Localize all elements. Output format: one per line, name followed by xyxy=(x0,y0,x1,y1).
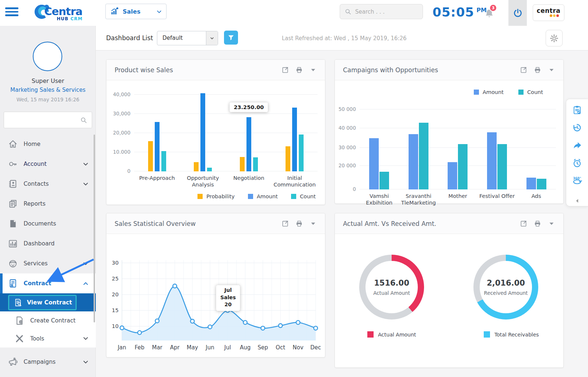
bar-amount-negotiation[interactable] xyxy=(246,117,251,171)
bar-probability-initial-communication[interactable] xyxy=(286,146,290,171)
bar-count-vamshi-exbihition[interactable] xyxy=(379,172,389,189)
sidebar-item-label: Documents xyxy=(24,220,88,227)
collapse-caret-icon[interactable] xyxy=(548,220,555,227)
bar-amount-vamshi-exbihition[interactable] xyxy=(369,138,379,189)
svg-text:May: May xyxy=(187,344,198,351)
bar-amount-sravanthi-tlemarketing[interactable] xyxy=(409,134,418,189)
print-icon[interactable] xyxy=(534,66,541,74)
campaigns-icon xyxy=(8,357,18,367)
legend-swatch xyxy=(518,90,524,95)
module-selector[interactable]: Sales xyxy=(105,4,167,19)
sidebar-item-reports[interactable]: Reports xyxy=(0,194,96,214)
sidebar-item-create-contract[interactable]: Create Contract xyxy=(0,311,96,329)
dashboard-settings-button[interactable] xyxy=(546,30,563,46)
sidebar-item-contacts[interactable]: Contacts xyxy=(0,174,96,194)
collapse-caret-icon[interactable] xyxy=(548,66,555,74)
legend-swatch xyxy=(367,331,374,338)
sidebar-item-documents[interactable]: Documents xyxy=(0,214,96,234)
open-in-new-icon[interactable] xyxy=(281,220,289,227)
y-axis-tick-label: 50 000 xyxy=(337,106,356,112)
bar-count-negotiation[interactable] xyxy=(253,157,258,171)
bar-count-ads[interactable] xyxy=(537,179,546,189)
donut-actual-amount[interactable]: 1516.00 Actual Amount xyxy=(359,255,424,320)
bar-group-vamshi-exbihition: Vamshi Exbihition xyxy=(369,109,389,189)
bar-count-mother[interactable] xyxy=(458,144,468,189)
bar-amount-opportunity-analysis[interactable] xyxy=(200,93,205,171)
avatar[interactable] xyxy=(33,42,62,71)
create-contract-icon xyxy=(15,316,24,325)
card-sales-statistical-overview: Sales Statistical Overview 1015202530Jan… xyxy=(106,213,325,357)
sidebar-item-services[interactable]: Services xyxy=(0,254,96,273)
sidebar-item-account[interactable]: Account xyxy=(0,154,96,174)
corner-logo-text: centra xyxy=(533,7,564,14)
logout-power-button[interactable] xyxy=(508,0,527,26)
bar-probability-pre-approach[interactable] xyxy=(148,141,153,171)
notification-bell-button[interactable]: 3 xyxy=(483,6,498,21)
data-point-Aug[interactable] xyxy=(243,321,247,324)
bar-groups: Pre-ApproachOpportunity AnalysisNegotiat… xyxy=(134,95,318,171)
bar-probability-negotiation[interactable] xyxy=(240,157,245,171)
bar-count-festival-offer[interactable] xyxy=(497,144,507,189)
sidebar-item-view-contract[interactable]: View Contract xyxy=(0,293,96,311)
bar-count-sravanthi-tlemarketing[interactable] xyxy=(419,123,428,189)
donut-value: 2,016.00 xyxy=(487,279,525,287)
x-axis-category-label: Initial Communication xyxy=(272,175,318,188)
bar-amount-pre-approach[interactable] xyxy=(155,122,160,171)
dashboard-view-value: Default xyxy=(157,31,206,45)
open-in-new-icon[interactable] xyxy=(281,66,289,74)
data-point-Dec[interactable] xyxy=(314,326,318,330)
dashboard-view-select[interactable]: Default xyxy=(157,31,218,45)
print-icon[interactable] xyxy=(295,66,303,74)
bar-probability-opportunity-analysis[interactable] xyxy=(194,162,199,171)
corner-logo: centra xyxy=(533,4,564,21)
data-point-Nov[interactable] xyxy=(296,321,300,324)
svg-text:Apr: Apr xyxy=(170,344,180,351)
topbar: Centra HUB CRM Sales 05:05 PM 3 centra xyxy=(0,0,588,26)
bar-count-opportunity-analysis[interactable] xyxy=(207,168,212,171)
legend-item-amount: Amount xyxy=(474,89,504,95)
data-point-Oct[interactable] xyxy=(279,324,282,327)
user-name: Super User xyxy=(0,77,96,84)
rotate-360-icon[interactable]: 360° xyxy=(572,176,582,186)
chevron-down-icon xyxy=(206,31,218,45)
collapse-caret-icon[interactable] xyxy=(309,66,317,74)
data-point-Jan[interactable] xyxy=(120,326,124,329)
share-icon[interactable] xyxy=(572,140,582,150)
bar-amount-mother[interactable] xyxy=(448,162,457,189)
sidebar-item-dashboard[interactable]: Dashboard xyxy=(0,234,96,254)
data-point-Mar[interactable] xyxy=(155,319,159,322)
data-point-Sep[interactable] xyxy=(261,326,265,330)
sidebar-item-campaigns[interactable]: Campaigns xyxy=(0,352,96,372)
data-point-Apr[interactable] xyxy=(173,284,176,288)
open-in-new-icon[interactable] xyxy=(520,220,527,227)
global-search-input[interactable] xyxy=(355,8,414,15)
sidebar-item-contract[interactable]: Contract xyxy=(0,273,96,293)
sidebar-search-input[interactable] xyxy=(4,117,80,123)
svg-text:15: 15 xyxy=(112,307,119,313)
sidebar-item-home[interactable]: Home xyxy=(0,134,96,154)
hamburger-menu-button[interactable] xyxy=(5,7,18,18)
bar-amount-ads[interactable] xyxy=(526,178,536,189)
collapse-caret-icon[interactable] xyxy=(309,220,317,227)
data-point-May[interactable] xyxy=(190,319,194,323)
product-wise-sales-legend: ProbabilityAmountCount xyxy=(197,193,316,199)
history-icon[interactable] xyxy=(572,123,582,133)
print-icon[interactable] xyxy=(534,220,541,227)
clipboard-check-icon[interactable] xyxy=(572,105,582,115)
bar-amount-festival-offer[interactable] xyxy=(487,132,497,189)
sidebar-item-tools[interactable]: Tools xyxy=(0,329,96,348)
data-point-Feb[interactable] xyxy=(138,331,141,334)
bar-count-initial-communication[interactable] xyxy=(299,135,304,171)
filter-button[interactable] xyxy=(224,31,238,45)
alarm-icon[interactable] xyxy=(572,158,582,168)
bar-amount-initial-communication[interactable] xyxy=(292,108,297,171)
print-icon[interactable] xyxy=(295,220,303,227)
collapse-left-icon[interactable] xyxy=(574,198,580,204)
bar-count-pre-approach[interactable] xyxy=(161,151,166,171)
open-in-new-icon[interactable] xyxy=(520,66,527,74)
sidebar-scrollbar[interactable] xyxy=(94,135,95,322)
donut-received-amount[interactable]: 2,016.00 Received Amount xyxy=(473,255,538,320)
legend-label: Actual Amount xyxy=(378,332,416,338)
sales-chart-icon xyxy=(110,7,119,16)
data-point-Jun[interactable] xyxy=(208,325,212,329)
